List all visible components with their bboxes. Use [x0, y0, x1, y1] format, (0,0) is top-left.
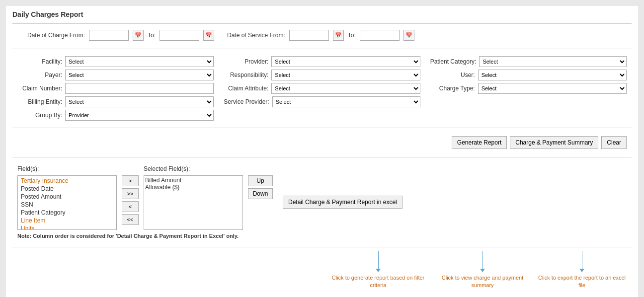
charge-payment-summary-button[interactable]: Charge & Payment Summary: [510, 136, 598, 149]
service-from-label: Date of Service From:: [227, 32, 285, 39]
patient-category-label: Patient Category:: [430, 58, 477, 65]
service-to-input[interactable]: [360, 30, 400, 41]
filter-col-1: Facility: Select Payer: Select Claim Num…: [17, 56, 214, 121]
to-label-2: To:: [348, 32, 356, 39]
claim-attribute-label: Claim Attribute:: [224, 85, 268, 92]
service-to-calendar-btn[interactable]: 📅: [403, 30, 414, 41]
list-item[interactable]: Units: [19, 224, 115, 230]
service-from-input[interactable]: [289, 30, 329, 41]
facility-label: Facility:: [17, 58, 62, 65]
charge-type-select[interactable]: Select: [478, 83, 627, 94]
transfer-left-all-button[interactable]: <<: [122, 214, 139, 225]
down-button[interactable]: Down: [248, 188, 273, 199]
patient-category-select[interactable]: Select: [479, 56, 627, 67]
charge-type-row: Charge Type: Select: [430, 83, 627, 94]
arrow-line-3: [582, 251, 582, 269]
claim-number-label: Claim Number:: [17, 85, 62, 92]
filter-grid: Facility: Select Payer: Select Claim Num…: [12, 53, 632, 124]
group-by-row: Group By: Provider: [17, 110, 214, 121]
arrowhead-3: [579, 269, 584, 272]
selected-list-item[interactable]: Allowable ($): [145, 184, 242, 191]
claim-attribute-select[interactable]: Select: [271, 83, 420, 94]
date-row: Date of Charge From: 📅 To: 📅 Date of Ser…: [12, 28, 632, 45]
fields-section: Field(s): Tertiary Insurance Posted Date…: [12, 161, 632, 243]
annotation-text-2: Click to view charge and payment summary: [433, 274, 532, 290]
transfer-right-all-button[interactable]: >>: [122, 188, 139, 199]
generate-report-annotation: Click to generate report based on filter…: [328, 251, 428, 290]
arrow-line-2: [483, 251, 483, 269]
list-item[interactable]: Tertiary Insurance: [19, 177, 115, 185]
responsibility-row: Responsibility: Select: [224, 70, 420, 80]
filter-col-3: Patient Category: Select User: Select Ch…: [430, 56, 627, 121]
arrow-line-1: [378, 251, 379, 269]
charge-from-calendar-btn[interactable]: 📅: [133, 30, 144, 41]
service-from-calendar-btn[interactable]: 📅: [333, 30, 344, 41]
list-item[interactable]: Line Item: [19, 217, 115, 224]
generate-report-button[interactable]: Generate Report: [452, 136, 507, 149]
payer-label: Payer:: [17, 72, 62, 78]
charge-type-label: Charge Type:: [430, 85, 475, 92]
facility-row: Facility: Select: [17, 56, 214, 67]
transfer-left-one-button[interactable]: <: [122, 201, 139, 212]
charge-from-input[interactable]: [89, 30, 129, 41]
note-text: Note: Column order is considered for 'De…: [17, 233, 627, 239]
transfer-buttons: > >> < <<: [122, 165, 139, 225]
detail-charge-payment-excel-button[interactable]: Detail Charge & Payment Report in excel: [283, 196, 402, 209]
payer-select[interactable]: Select: [65, 70, 214, 80]
page-title: Daily Charges Report: [12, 10, 632, 18]
selected-fields-label: Selected Field(s):: [144, 165, 243, 172]
list-item[interactable]: Posted Amount: [19, 193, 115, 201]
outer-container: Daily Charges Report Date of Charge From…: [0, 0, 644, 297]
divider-2: [12, 49, 632, 49]
divider-5: [12, 247, 632, 247]
claim-number-row: Claim Number:: [17, 83, 214, 94]
user-row: User: Select: [430, 70, 627, 80]
responsibility-select[interactable]: Select: [271, 70, 420, 80]
claim-attribute-row: Claim Attribute: Select: [224, 83, 420, 94]
transfer-right-one-button[interactable]: >: [122, 175, 139, 186]
divider-3: [12, 128, 632, 128]
provider-label: Provider:: [224, 58, 268, 65]
arrowhead-1: [376, 269, 381, 272]
available-fields-listbox[interactable]: Tertiary Insurance Posted Date Posted Am…: [17, 175, 117, 230]
provider-select[interactable]: Select: [271, 56, 420, 67]
charge-to-input[interactable]: [160, 30, 199, 41]
patient-category-row: Patient Category: Select: [430, 56, 627, 67]
clear-button[interactable]: Clear: [601, 136, 627, 149]
user-select[interactable]: Select: [478, 70, 627, 80]
divider-1: [12, 23, 632, 24]
billing-entity-label: Billing Entity:: [17, 98, 62, 105]
billing-entity-row: Billing Entity: Select: [17, 96, 214, 107]
annotation-text-1: Click to generate report based on filter…: [328, 274, 428, 290]
arrowhead-2: [480, 269, 485, 272]
fields-label: Field(s):: [17, 165, 117, 172]
claim-number-input[interactable]: [65, 83, 214, 94]
service-provider-row: Service Provider: Select: [224, 96, 420, 107]
charge-to-calendar-btn[interactable]: 📅: [203, 30, 214, 41]
annotation-text-3: Click to export the report to an excel f…: [537, 274, 627, 290]
selected-list-item[interactable]: Billed Amount: [145, 177, 242, 184]
excel-export-annotation: Click to export the report to an excel f…: [537, 251, 627, 290]
list-item[interactable]: SSN: [19, 201, 115, 209]
service-provider-select[interactable]: Select: [272, 96, 420, 107]
charge-from-label: Date of Charge From:: [27, 32, 85, 39]
up-button[interactable]: Up: [248, 175, 273, 186]
list-item[interactable]: Posted Date: [19, 185, 115, 193]
provider-row: Provider: Select: [224, 56, 420, 67]
up-down-buttons: Up Down: [248, 165, 273, 199]
list-item[interactable]: Patient Category: [19, 209, 115, 217]
available-fields-col: Field(s): Tertiary Insurance Posted Date…: [17, 165, 117, 230]
group-by-label: Group By:: [17, 112, 62, 119]
selected-fields-listbox[interactable]: Billed Amount Allowable ($): [144, 175, 243, 230]
to-label-1: To:: [148, 32, 156, 39]
responsibility-label: Responsibility:: [224, 72, 268, 78]
user-label: User:: [430, 72, 475, 78]
service-provider-label: Service Provider:: [224, 98, 269, 105]
divider-4: [12, 157, 632, 157]
charge-payment-annotation: Click to view charge and payment summary: [433, 251, 532, 290]
billing-entity-select[interactable]: Select: [65, 96, 214, 107]
group-by-select[interactable]: Provider: [65, 110, 214, 121]
facility-select[interactable]: Select: [65, 56, 214, 67]
button-row: Generate Report Charge & Payment Summary…: [12, 132, 632, 153]
selected-fields-col: Selected Field(s): Billed Amount Allowab…: [144, 165, 243, 230]
